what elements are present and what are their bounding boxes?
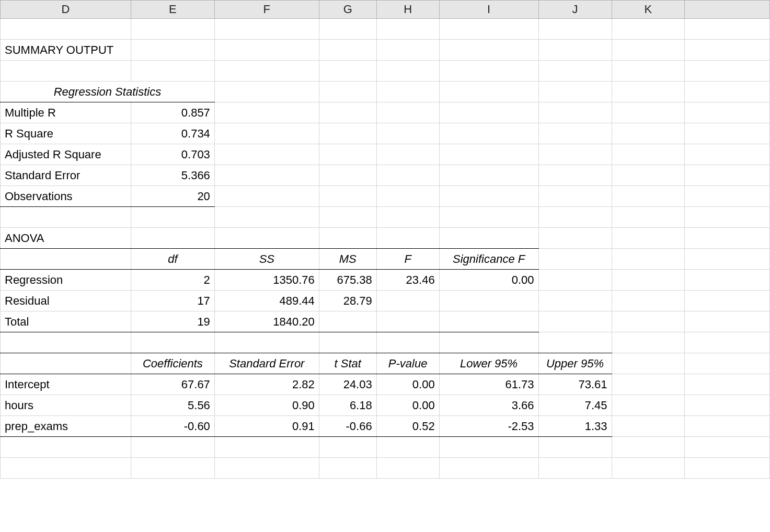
coef-lo[interactable]: 61.73: [439, 374, 538, 395]
anova-title[interactable]: ANOVA: [1, 228, 131, 249]
coef-p[interactable]: 0.00: [376, 395, 439, 416]
anova-title-row[interactable]: ANOVA: [1, 228, 770, 249]
coef-header-hi[interactable]: Upper 95%: [538, 353, 612, 374]
reg-stat-value[interactable]: 0.703: [131, 144, 214, 165]
anova-ms[interactable]: [319, 311, 376, 332]
coef-t[interactable]: 24.03: [319, 374, 376, 395]
coef-lo[interactable]: 3.66: [439, 395, 538, 416]
coef-p[interactable]: 0.00: [376, 374, 439, 395]
coef-header-t[interactable]: t Stat: [319, 353, 376, 374]
anova-sigf[interactable]: [439, 311, 538, 332]
empty-row[interactable]: [1, 332, 770, 353]
empty-row[interactable]: [1, 19, 770, 40]
reg-stat-row[interactable]: Multiple R 0.857: [1, 102, 770, 123]
anova-header-df[interactable]: df: [131, 249, 214, 270]
anova-df[interactable]: 2: [131, 270, 214, 291]
coef-value[interactable]: 5.56: [131, 395, 214, 416]
col-header-K[interactable]: K: [612, 1, 685, 19]
coef-se[interactable]: 2.82: [214, 374, 319, 395]
anova-label[interactable]: Residual: [1, 291, 131, 311]
coef-row-intercept[interactable]: Intercept 67.67 2.82 24.03 0.00 61.73 73…: [1, 374, 770, 395]
anova-row-total[interactable]: Total 19 1840.20: [1, 311, 770, 332]
col-header-G[interactable]: G: [319, 1, 376, 19]
coef-label[interactable]: hours: [1, 395, 131, 416]
coef-row-hours[interactable]: hours 5.56 0.90 6.18 0.00 3.66 7.45: [1, 395, 770, 416]
anova-f[interactable]: [376, 311, 439, 332]
anova-df[interactable]: 17: [131, 291, 214, 311]
anova-header-f[interactable]: F: [376, 249, 439, 270]
reg-stat-label[interactable]: Multiple R: [1, 102, 131, 123]
reg-stat-label[interactable]: Observations: [1, 186, 131, 207]
reg-stat-label[interactable]: Adjusted R Square: [1, 144, 131, 165]
anova-row-residual[interactable]: Residual 17 489.44 28.79: [1, 291, 770, 311]
col-header-J[interactable]: J: [538, 1, 612, 19]
coef-label[interactable]: Intercept: [1, 374, 131, 395]
anova-header-row[interactable]: df SS MS F Significance F: [1, 249, 770, 270]
anova-label[interactable]: Regression: [1, 270, 131, 291]
empty-row[interactable]: [1, 61, 770, 82]
coef-hi[interactable]: 7.45: [538, 395, 612, 416]
anova-row-regression[interactable]: Regression 2 1350.76 675.38 23.46 0.00: [1, 270, 770, 291]
empty-row[interactable]: [1, 458, 770, 479]
anova-header-sigf[interactable]: Significance F: [439, 249, 538, 270]
coef-label[interactable]: prep_exams: [1, 416, 131, 437]
reg-stat-row[interactable]: Adjusted R Square 0.703: [1, 144, 770, 165]
anova-f[interactable]: [376, 291, 439, 311]
coef-header-se[interactable]: Standard Error: [214, 353, 319, 374]
reg-stat-row[interactable]: R Square 0.734: [1, 123, 770, 144]
spreadsheet-grid[interactable]: D E F G H I J K SUMMARY OUTPUT Regressio…: [0, 0, 770, 479]
reg-stat-value[interactable]: 5.366: [131, 165, 214, 186]
coef-p[interactable]: 0.52: [376, 416, 439, 437]
coef-se[interactable]: 0.91: [214, 416, 319, 437]
anova-f[interactable]: 23.46: [376, 270, 439, 291]
anova-ms[interactable]: 28.79: [319, 291, 376, 311]
col-header-D[interactable]: D: [1, 1, 131, 19]
anova-label[interactable]: Total: [1, 311, 131, 332]
reg-stats-header-row[interactable]: Regression Statistics: [1, 82, 770, 102]
coef-lo[interactable]: -2.53: [439, 416, 538, 437]
col-header-I[interactable]: I: [439, 1, 538, 19]
empty-row[interactable]: [1, 207, 770, 228]
coef-header-lo[interactable]: Lower 95%: [439, 353, 538, 374]
coef-value[interactable]: -0.60: [131, 416, 214, 437]
reg-stat-row[interactable]: Observations 20: [1, 186, 770, 207]
reg-stats-header[interactable]: Regression Statistics: [1, 82, 215, 102]
coef-value[interactable]: 67.67: [131, 374, 214, 395]
coef-row-prep-exams[interactable]: prep_exams -0.60 0.91 -0.66 0.52 -2.53 1…: [1, 416, 770, 437]
col-header-F[interactable]: F: [214, 1, 319, 19]
column-header-row[interactable]: D E F G H I J K: [1, 1, 770, 19]
anova-ss[interactable]: 1840.20: [214, 311, 319, 332]
coef-hi[interactable]: 1.33: [538, 416, 612, 437]
col-header-H[interactable]: H: [376, 1, 439, 19]
reg-stat-label[interactable]: R Square: [1, 123, 131, 144]
anova-ss[interactable]: 489.44: [214, 291, 319, 311]
reg-stat-value[interactable]: 20: [131, 186, 214, 207]
col-header-E[interactable]: E: [131, 1, 214, 19]
coef-hi[interactable]: 73.61: [538, 374, 612, 395]
coef-header-p[interactable]: P-value: [376, 353, 439, 374]
coef-se[interactable]: 0.90: [214, 395, 319, 416]
anova-header-ss[interactable]: SS: [214, 249, 319, 270]
summary-output-row[interactable]: SUMMARY OUTPUT: [1, 40, 770, 61]
anova-sigf[interactable]: 0.00: [439, 270, 538, 291]
anova-ms[interactable]: 675.38: [319, 270, 376, 291]
anova-df[interactable]: 19: [131, 311, 214, 332]
anova-ss[interactable]: 1350.76: [214, 270, 319, 291]
coef-t[interactable]: 6.18: [319, 395, 376, 416]
reg-stat-row[interactable]: Standard Error 5.366: [1, 165, 770, 186]
coef-header-row[interactable]: Coefficients Standard Error t Stat P-val…: [1, 353, 770, 374]
anova-header-ms[interactable]: MS: [319, 249, 376, 270]
reg-stat-value[interactable]: 0.734: [131, 123, 214, 144]
coef-t[interactable]: -0.66: [319, 416, 376, 437]
summary-output-title[interactable]: SUMMARY OUTPUT: [1, 40, 131, 61]
reg-stat-value[interactable]: 0.857: [131, 102, 214, 123]
anova-sigf[interactable]: [439, 291, 538, 311]
coef-header-coef[interactable]: Coefficients: [131, 353, 214, 374]
empty-row[interactable]: [1, 437, 770, 458]
reg-stat-label[interactable]: Standard Error: [1, 165, 131, 186]
col-header-extra[interactable]: [685, 1, 770, 19]
